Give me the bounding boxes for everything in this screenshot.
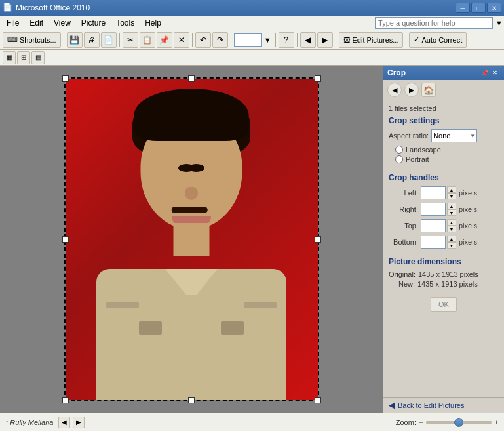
menu-tools[interactable]: Tools: [111, 17, 140, 29]
nav-back-button[interactable]: ◀: [387, 83, 402, 97]
crop-handle-bottom-left[interactable]: [62, 397, 69, 403]
minimize-button[interactable]: ─: [456, 3, 470, 13]
right-spin-down[interactable]: ▼: [447, 209, 456, 216]
left-spin-down[interactable]: ▼: [447, 193, 456, 199]
panel-pin-button[interactable]: 📌: [479, 68, 490, 77]
aspect-ratio-label: Aspect ratio:: [389, 132, 429, 140]
crop-handle-mid-left[interactable]: [62, 236, 69, 243]
landscape-label[interactable]: Landscape: [406, 146, 441, 154]
image-container[interactable]: [64, 77, 319, 401]
picture-dimensions-title: Picture dimensions: [389, 257, 499, 266]
aspect-ratio-value: None: [433, 132, 450, 140]
crop-handle-top-left[interactable]: [62, 75, 69, 82]
zoom-slider-track[interactable]: [426, 421, 492, 424]
menu-bar: File Edit View Picture Tools Help ▼: [0, 16, 504, 30]
print-button[interactable]: 🖨: [84, 32, 100, 48]
right-spin-up[interactable]: ▲: [447, 203, 456, 209]
nav-next-button[interactable]: ▶: [317, 32, 333, 48]
search-input[interactable]: [375, 17, 493, 29]
grid-view-button[interactable]: ▦: [3, 51, 16, 64]
zoom-dropdown-arrow[interactable]: ▼: [264, 36, 271, 44]
shortcuts-icon: ⌨: [7, 35, 18, 44]
ok-button[interactable]: OK: [431, 297, 457, 312]
new-value: 1435 x 1913 pixels: [417, 280, 478, 288]
top-label: Top:: [389, 222, 418, 230]
thumbnail-view-button[interactable]: ⊞: [17, 51, 30, 64]
cut-button[interactable]: ✂: [123, 32, 138, 48]
zoom-input[interactable]: 26%: [234, 33, 262, 47]
right-input[interactable]: 0: [421, 203, 446, 216]
bottom-spin-up[interactable]: ▲: [447, 236, 456, 242]
original-dim-row: Original: 1435 x 1913 pixels: [389, 270, 499, 278]
save-button[interactable]: 💾: [67, 32, 83, 48]
toolbar-separator-6: [297, 33, 298, 47]
close-button[interactable]: ✕: [487, 3, 501, 13]
menu-edit[interactable]: Edit: [24, 17, 48, 29]
print-preview-button[interactable]: 📄: [101, 32, 117, 48]
left-input[interactable]: 0: [421, 186, 446, 199]
filmstrip-view-button[interactable]: ▤: [31, 51, 45, 64]
zoom-plus-button[interactable]: +: [494, 418, 499, 427]
top-unit: pixels: [459, 222, 477, 230]
crop-handle-bottom-mid[interactable]: [188, 397, 195, 403]
right-unit: pixels: [459, 205, 477, 213]
zoom-slider-thumb[interactable]: [454, 418, 463, 427]
crop-settings-title: Crop settings: [389, 116, 499, 125]
original-value: 1435 x 1913 pixels: [418, 270, 478, 278]
search-dropdown-arrow[interactable]: ▼: [495, 19, 503, 27]
toolbar-separator-1: [64, 33, 64, 47]
status-nav-prev[interactable]: ◀: [58, 417, 70, 428]
bottom-input[interactable]: 0: [421, 236, 446, 249]
right-label: Right:: [389, 205, 418, 213]
portrait-label[interactable]: Portrait: [406, 155, 429, 163]
left-spin-up[interactable]: ▲: [447, 186, 456, 193]
bottom-unit: pixels: [459, 238, 477, 246]
window-title: Microsoft Office 2010: [16, 3, 456, 12]
landscape-radio-row: Landscape: [395, 146, 499, 154]
paste-button[interactable]: 📌: [157, 32, 172, 48]
files-selected-text: 1 files selected: [389, 104, 499, 112]
main-content: Crop 📌 ✕ ◀ ▶ 🏠 1 files selected Crop set…: [0, 66, 504, 413]
back-arrow-icon: ◀: [389, 400, 395, 410]
zoom-minus-button[interactable]: −: [419, 418, 423, 427]
delete-button[interactable]: ✕: [174, 32, 189, 48]
crop-handle-top-mid[interactable]: [188, 75, 195, 82]
menu-view[interactable]: View: [48, 17, 76, 29]
copy-button[interactable]: 📋: [140, 32, 155, 48]
undo-button[interactable]: ↶: [195, 32, 211, 48]
panel-close-button[interactable]: ✕: [490, 68, 500, 77]
top-input[interactable]: 0: [421, 219, 446, 232]
portrait-radio[interactable]: [395, 155, 403, 163]
back-to-edit-link[interactable]: ◀ Back to Edit Pictures: [383, 397, 504, 413]
bottom-spin-down[interactable]: ▼: [447, 242, 456, 249]
toolbar-separator-5: [275, 33, 276, 47]
nav-forward-button[interactable]: ▶: [404, 83, 419, 97]
crop-handle-mid-right[interactable]: [315, 236, 321, 243]
aspect-ratio-row: Aspect ratio: None ▼: [389, 129, 499, 142]
crop-handle-top-right[interactable]: [315, 75, 321, 82]
top-spin-down[interactable]: ▼: [447, 226, 456, 232]
bottom-spin-buttons: ▲ ▼: [447, 236, 456, 249]
nav-prev-button[interactable]: ◀: [300, 32, 316, 48]
top-spin-up[interactable]: ▲: [447, 219, 456, 226]
shortcuts-button[interactable]: ⌨ Shortcuts...: [3, 32, 61, 48]
menu-file[interactable]: File: [1, 17, 24, 29]
nav-home-button[interactable]: 🏠: [421, 83, 436, 97]
crop-handle-bottom-right[interactable]: [315, 397, 321, 403]
menu-help[interactable]: Help: [140, 17, 166, 29]
landscape-radio[interactable]: [395, 146, 403, 154]
restore-button[interactable]: □: [471, 3, 486, 13]
aspect-ratio-dropdown[interactable]: None ▼: [431, 129, 477, 142]
toolbar-separator-4: [231, 33, 231, 47]
auto-correct-button[interactable]: ✓ Auto Correct: [409, 32, 467, 48]
panel-title: Crop: [387, 68, 479, 77]
edit-pictures-button[interactable]: 🖼 Edit Pictures...: [339, 32, 404, 48]
search-bar: ▼: [375, 17, 503, 29]
bottom-field-row: Bottom: 0 ▲ ▼ pixels: [389, 236, 499, 249]
zoom-label: Zoom:: [396, 419, 416, 426]
help-button[interactable]: ?: [279, 32, 294, 48]
status-nav-next[interactable]: ▶: [73, 417, 85, 428]
menu-picture[interactable]: Picture: [76, 17, 111, 29]
redo-button[interactable]: ↷: [212, 32, 228, 48]
canvas-area: [0, 66, 383, 413]
